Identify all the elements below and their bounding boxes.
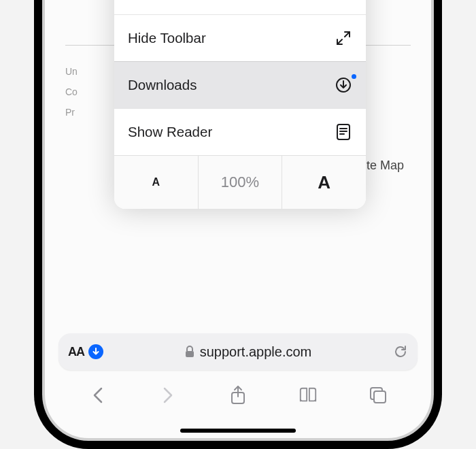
page-settings-popover: Show IP Address Request Desktop Website … <box>114 0 366 209</box>
home-indicator[interactable] <box>180 429 296 433</box>
menu-label: Downloads <box>128 77 197 93</box>
forward-button[interactable] <box>158 386 177 405</box>
screen: Un Co Pr Site Map Show IP Address Reques… <box>45 0 431 438</box>
zoom-in-button[interactable]: A <box>282 156 366 209</box>
svg-rect-8 <box>374 391 386 403</box>
url-domain: support.apple.com <box>200 344 312 360</box>
zoom-level: 100% <box>198 156 282 209</box>
lock-icon <box>185 346 194 358</box>
url-bar-container: AA support.apple.com <box>58 333 418 370</box>
url-bar[interactable]: AA support.apple.com <box>58 333 418 370</box>
zoom-controls: A 100% A <box>114 155 366 209</box>
menu-label: Show Reader <box>128 124 212 140</box>
menu-show-reader[interactable]: Show Reader <box>114 108 366 155</box>
share-button[interactable] <box>228 386 248 405</box>
svg-rect-6 <box>186 351 194 357</box>
menu-downloads[interactable]: Downloads <box>114 61 366 108</box>
zoom-out-button[interactable]: A <box>114 156 198 209</box>
expand-arrows-icon <box>335 31 352 46</box>
back-button[interactable] <box>88 386 107 405</box>
downloads-badge-dot <box>352 74 356 79</box>
reload-button[interactable] <box>393 344 408 359</box>
bottom-toolbar <box>45 377 431 414</box>
menu-hide-toolbar[interactable]: Hide Toolbar <box>114 14 366 61</box>
menu-request-desktop[interactable]: Request Desktop Website <box>114 0 366 14</box>
tabs-button[interactable] <box>369 386 388 405</box>
iphone-frame: Un Co Pr Site Map Show IP Address Reques… <box>34 0 442 449</box>
download-indicator-icon[interactable] <box>88 344 103 359</box>
page-settings-button[interactable]: AA <box>68 345 84 359</box>
bookmarks-button[interactable] <box>299 386 318 405</box>
reader-icon <box>335 124 352 140</box>
iphone-inner-frame: Un Co Pr Site Map Show IP Address Reques… <box>42 0 434 441</box>
menu-label: Hide Toolbar <box>128 30 206 46</box>
download-circle-icon <box>335 77 352 93</box>
